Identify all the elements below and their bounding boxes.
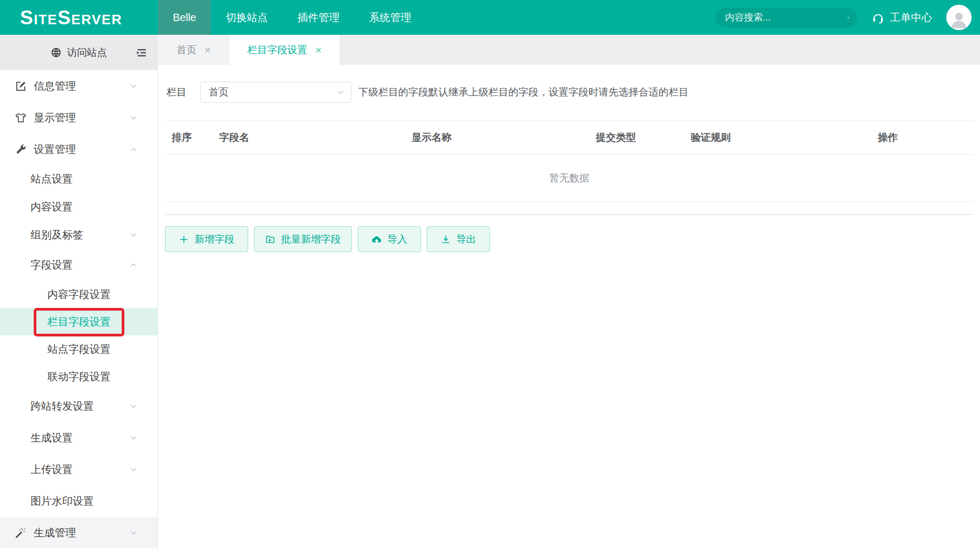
table-footer-divider (165, 202, 974, 215)
visit-site-button[interactable]: 访问站点 (0, 35, 158, 70)
top-navigation: Belle 切换站点 插件管理 系统管理 (158, 0, 426, 35)
close-icon[interactable]: × (204, 44, 211, 55)
main-area: 首页 × 栏目字段设置 × 栏目 首页 下级栏目的字段默认继承上级栏目的字段，设… (159, 35, 980, 550)
chevron-down-icon (130, 114, 138, 122)
sidebar-item-label: 内容字段设置 (47, 287, 111, 302)
visit-site-label: 访问站点 (67, 46, 107, 60)
fields-table: 排序 字段名 显示名称 提交类型 验证规则 操作 暂无数据 (165, 120, 974, 202)
sidebar-item-label: 生成管理 (34, 526, 76, 540)
chevron-up-icon (130, 261, 138, 269)
chevron-up-icon (130, 146, 138, 153)
menu-fold-icon[interactable] (135, 46, 148, 59)
topbar-right: 工单中心 (715, 0, 980, 35)
siteserver-logo: SiteServer (0, 0, 158, 35)
empty-state-text: 暂无数据 (165, 155, 974, 202)
wand-icon (15, 527, 27, 539)
tab-channel-field-settings[interactable]: 栏目字段设置 × (229, 35, 340, 65)
sidebar-item-info-management[interactable]: 信息管理 (0, 70, 158, 102)
tab-label: 首页 (177, 43, 197, 57)
table-header-row: 排序 字段名 显示名称 提交类型 验证规则 操作 (165, 121, 974, 155)
channel-select[interactable]: 首页 (200, 82, 351, 103)
button-label: 导入 (387, 233, 407, 246)
chevron-down-icon (336, 88, 345, 97)
button-label: 导出 (456, 233, 476, 246)
search-icon[interactable] (847, 12, 849, 23)
empty-state-row: 暂无数据 (165, 155, 974, 202)
sidebar-item-generate-management[interactable]: 生成管理 (0, 517, 158, 548)
plus-icon (179, 234, 189, 245)
sidebar-item-content-field-settings[interactable]: 内容字段设置 (0, 281, 158, 308)
sidebar-item-label: 图片水印设置 (31, 494, 94, 508)
topbar: SiteServer Belle 切换站点 插件管理 系统管理 (0, 0, 980, 35)
action-button-row: 新增字段 批量新增字段 导入 (165, 226, 974, 252)
sidebar-item-generate-settings[interactable]: 生成设置 (0, 422, 158, 453)
sidebar-item-image-watermark-settings[interactable]: 图片水印设置 (0, 485, 158, 517)
sidebar-item-field-settings[interactable]: 字段设置 (0, 249, 158, 281)
chevron-down-icon (130, 402, 138, 410)
sidebar-item-upload-settings[interactable]: 上传设置 (0, 453, 158, 485)
download-icon (440, 234, 451, 245)
avatar[interactable] (946, 5, 972, 30)
sidebar-item-site-field-settings[interactable]: 站点字段设置 (0, 335, 158, 363)
nav-item-plugin-management[interactable]: 插件管理 (282, 0, 354, 35)
chevron-down-icon (130, 466, 138, 474)
globe-icon (51, 47, 62, 58)
cloud-upload-icon (371, 234, 382, 245)
add-field-button[interactable]: 新增字段 (165, 226, 248, 252)
sidebar-item-label: 站点设置 (31, 172, 73, 186)
wrench-icon (15, 143, 27, 156)
export-button[interactable]: 导出 (427, 226, 490, 252)
column-header-display-name: 显示名称 (405, 121, 589, 155)
sidebar-item-label: 生成设置 (31, 431, 73, 445)
close-icon[interactable]: × (315, 44, 321, 55)
batch-add-fields-button[interactable]: 批量新增字段 (254, 226, 352, 252)
sidebar-item-label: 字段设置 (31, 258, 73, 272)
sidebar-item-groups-tags[interactable]: 组别及标签 (0, 221, 158, 249)
sidebar-item-label: 跨站转发设置 (31, 399, 94, 413)
nav-item-system-management[interactable]: 系统管理 (354, 0, 426, 35)
sidebar-item-label: 站点字段设置 (47, 342, 111, 356)
sidebar-item-site-settings[interactable]: 站点设置 (0, 165, 158, 193)
sidebar-item-label: 组别及标签 (31, 228, 83, 242)
nav-item-belle[interactable]: Belle (158, 0, 211, 35)
sidebar-item-display-management[interactable]: 显示管理 (0, 102, 158, 133)
channel-select-value: 首页 (209, 85, 229, 99)
channel-label: 栏目 (166, 85, 187, 99)
chevron-down-icon (130, 434, 138, 442)
sidebar-item-channel-field-settings[interactable]: 栏目字段设置 (0, 308, 158, 335)
sidebar-item-label: 信息管理 (34, 79, 76, 93)
tab-home[interactable]: 首页 × (159, 35, 229, 65)
column-header-field-name: 字段名 (212, 121, 405, 155)
tab-strip: 首页 × 栏目字段设置 × (159, 35, 980, 65)
sidebar-item-content-settings[interactable]: 内容设置 (0, 193, 158, 221)
import-button[interactable]: 导入 (358, 226, 421, 252)
ticket-center-link[interactable]: 工单中心 (871, 11, 932, 25)
headset-icon (871, 11, 885, 24)
folder-add-icon (265, 234, 276, 245)
content-search-box (715, 8, 857, 27)
sidebar-item-label: 栏目字段设置 (47, 315, 111, 329)
search-input[interactable] (725, 12, 847, 23)
sidebar-item-label: 显示管理 (34, 111, 76, 125)
column-header-sort: 排序 (165, 121, 212, 155)
page-content: 栏目 首页 下级栏目的字段默认继承上级栏目的字段，设置字段时请先选择合适的栏目 … (159, 82, 980, 252)
column-header-actions: 操作 (871, 121, 974, 155)
sidebar-item-linked-field-settings[interactable]: 联动字段设置 (0, 363, 158, 390)
sidebar-item-cross-site-forward-settings[interactable]: 跨站转发设置 (0, 390, 158, 422)
person-icon (948, 9, 969, 30)
sidebar-item-settings-management[interactable]: 设置管理 (0, 133, 158, 165)
nav-item-switch-site[interactable]: 切换站点 (211, 0, 282, 35)
button-label: 新增字段 (194, 233, 234, 246)
tab-label: 栏目字段设置 (247, 43, 307, 57)
sidebar-menu: 信息管理 显示管理 设置管理 (0, 70, 158, 548)
channel-hint-text: 下级栏目的字段默认继承上级栏目的字段，设置字段时请先选择合适的栏目 (358, 85, 689, 99)
button-label: 批量新增字段 (281, 233, 341, 246)
sidebar-item-label: 上传设置 (31, 462, 73, 477)
tshirt-icon (15, 112, 27, 124)
logo-text-site: Site (20, 8, 57, 27)
sidebar: 访问站点 信息管理 (0, 35, 158, 550)
ticket-center-label: 工单中心 (890, 11, 932, 25)
sidebar-item-label: 设置管理 (34, 142, 76, 157)
sidebar-item-label: 内容设置 (31, 200, 73, 214)
edit-icon (15, 80, 27, 92)
